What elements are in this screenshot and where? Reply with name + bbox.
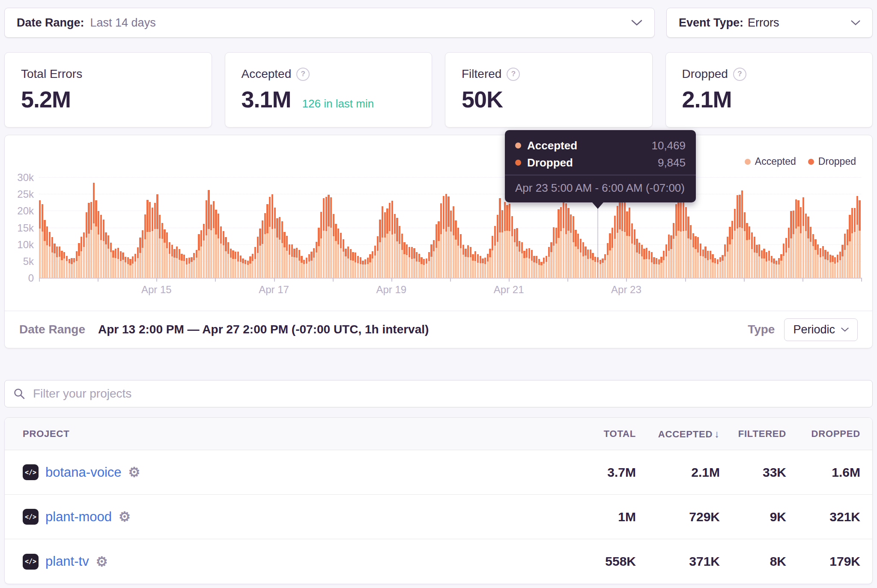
bar[interactable] (191, 257, 192, 278)
bar[interactable] (687, 217, 689, 278)
bar[interactable] (413, 248, 415, 278)
bar[interactable] (697, 237, 699, 278)
bar[interactable] (103, 220, 104, 278)
column-header-dropped[interactable]: DROPPED (786, 428, 860, 440)
bar[interactable] (247, 261, 249, 278)
bar[interactable] (433, 240, 435, 278)
bar[interactable] (790, 211, 792, 278)
bar[interactable] (480, 256, 481, 278)
bar[interactable] (700, 244, 701, 278)
bar[interactable] (763, 249, 765, 278)
bar[interactable] (328, 195, 329, 278)
bar[interactable] (337, 229, 339, 278)
bar[interactable] (426, 258, 427, 278)
bar[interactable] (710, 251, 711, 278)
bar[interactable] (386, 208, 388, 278)
bar[interactable] (49, 232, 51, 278)
bar[interactable] (695, 236, 696, 278)
bar[interactable] (555, 228, 557, 278)
bar[interactable] (181, 254, 182, 278)
bar[interactable] (416, 252, 418, 278)
bar[interactable] (773, 258, 775, 278)
bar[interactable] (670, 235, 672, 278)
bar[interactable] (227, 242, 229, 278)
bar[interactable] (785, 238, 787, 278)
bar[interactable] (401, 234, 403, 278)
bar[interactable] (235, 252, 236, 278)
bar[interactable] (793, 211, 794, 278)
bar[interactable] (447, 196, 449, 278)
bar[interactable] (646, 248, 647, 278)
bar[interactable] (519, 241, 520, 278)
bar[interactable] (543, 258, 545, 278)
bar[interactable] (394, 214, 396, 278)
bar[interactable] (516, 228, 518, 278)
gear-icon[interactable]: ⚙ (119, 510, 131, 523)
bar[interactable] (677, 197, 679, 278)
bar[interactable] (820, 248, 821, 278)
bar[interactable] (690, 225, 692, 278)
bar[interactable] (847, 229, 848, 278)
bar[interactable] (318, 228, 319, 278)
bar[interactable] (144, 214, 146, 278)
bar[interactable] (567, 208, 569, 278)
bar[interactable] (69, 259, 70, 278)
bar[interactable] (59, 246, 60, 278)
bar[interactable] (355, 252, 356, 278)
bar[interactable] (325, 197, 327, 278)
bar[interactable] (528, 248, 530, 278)
bar[interactable] (824, 250, 826, 278)
bar[interactable] (320, 212, 322, 278)
bar[interactable] (729, 227, 731, 278)
bar[interactable] (807, 217, 809, 278)
bar[interactable] (281, 221, 283, 278)
bar[interactable] (218, 214, 219, 278)
bar[interactable] (450, 211, 452, 278)
bar[interactable] (369, 254, 371, 278)
legend-item-dropped[interactable]: Dropped (808, 156, 856, 167)
bar[interactable] (377, 236, 379, 278)
project-link[interactable]: botana-voice (45, 465, 122, 480)
bar[interactable] (638, 243, 640, 278)
bar[interactable] (460, 234, 462, 278)
bar[interactable] (849, 215, 850, 278)
bar[interactable] (724, 244, 726, 278)
bar[interactable] (193, 253, 195, 278)
bar[interactable] (360, 257, 361, 278)
bar[interactable] (558, 209, 559, 278)
bar[interactable] (403, 242, 405, 278)
bar[interactable] (573, 216, 574, 278)
bar[interactable] (482, 258, 483, 278)
bar[interactable] (438, 221, 439, 278)
bar[interactable] (751, 232, 753, 278)
bar[interactable] (440, 203, 442, 278)
bar[interactable] (345, 249, 346, 278)
bar[interactable] (333, 214, 334, 278)
bar[interactable] (457, 228, 459, 278)
bar[interactable] (788, 228, 790, 278)
bar[interactable] (548, 247, 550, 278)
bar[interactable] (636, 239, 638, 278)
bar[interactable] (802, 197, 804, 278)
bar[interactable] (585, 246, 586, 278)
bar[interactable] (626, 211, 628, 278)
bar[interactable] (254, 247, 256, 278)
bar[interactable] (411, 247, 413, 278)
bar[interactable] (565, 203, 567, 278)
bar[interactable] (161, 223, 163, 278)
bar[interactable] (668, 235, 670, 278)
bar[interactable] (42, 204, 43, 278)
bar[interactable] (105, 232, 107, 278)
bar[interactable] (612, 228, 613, 278)
bar[interactable] (308, 254, 310, 278)
bar[interactable] (501, 210, 503, 278)
bar[interactable] (741, 190, 743, 278)
bar[interactable] (587, 249, 589, 278)
bar[interactable] (472, 254, 474, 278)
bar[interactable] (406, 244, 408, 278)
bar[interactable] (269, 197, 271, 278)
bar[interactable] (367, 258, 369, 278)
bar[interactable] (443, 196, 444, 278)
bar[interactable] (834, 257, 836, 278)
date-range-dropdown[interactable]: Date Range: Last 14 days (4, 8, 655, 38)
